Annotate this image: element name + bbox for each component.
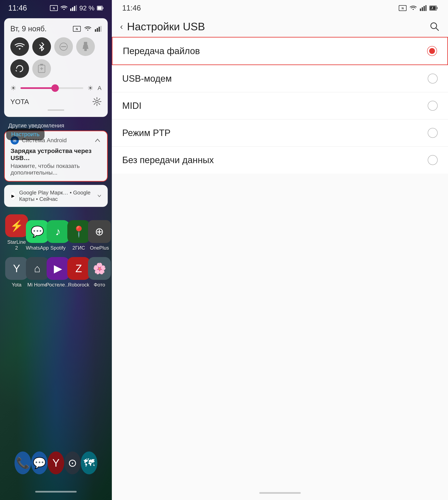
android-notif-body: Нажмите, чтобы показать дополнительны... bbox=[11, 163, 101, 176]
drag-handle bbox=[48, 109, 64, 111]
wifi-icon-right bbox=[409, 5, 417, 11]
app-rostele[interactable]: ▶ Ростеле… bbox=[48, 257, 68, 288]
search-icon-right[interactable] bbox=[429, 21, 440, 32]
dock-yandex[interactable]: Y bbox=[48, 451, 64, 474]
svg-rect-17 bbox=[84, 42, 87, 45]
auto-brightness-icon[interactable]: A bbox=[97, 85, 101, 91]
toggle-flashlight[interactable] bbox=[76, 37, 95, 56]
mihome-icon: ⌂ bbox=[26, 257, 49, 280]
wifi-name: YOTA bbox=[10, 98, 29, 106]
nfc-icon-card: N bbox=[73, 26, 81, 32]
photos-icon: 🌸 bbox=[88, 257, 111, 280]
battery-icon-left bbox=[97, 6, 104, 10]
2gis-label: 2ГИС bbox=[72, 245, 85, 251]
mihome-label: Mi Home bbox=[27, 282, 47, 288]
app-oneplus[interactable]: ⊕ OnePlus bbox=[89, 220, 110, 251]
usb-option-text-4: Режим PTP bbox=[122, 128, 170, 138]
toggle-bluetooth[interactable] bbox=[32, 37, 51, 56]
status-icons-right: N bbox=[399, 5, 438, 11]
app-yota[interactable]: Y Yota bbox=[6, 257, 27, 288]
dock-messages[interactable]: 💬 bbox=[31, 451, 48, 474]
app-photos[interactable]: 🌸 Фото bbox=[89, 257, 110, 288]
svg-marker-18 bbox=[83, 45, 88, 49]
time-left: 11:46 bbox=[8, 4, 27, 12]
oneplus-label: OnePlus bbox=[90, 245, 109, 251]
svg-rect-5 bbox=[76, 5, 77, 11]
svg-text:N: N bbox=[402, 7, 404, 10]
notification-card: Вт, 9 нояб. N bbox=[4, 18, 108, 117]
usb-option-text-2: USB-модем bbox=[122, 73, 172, 84]
toggle-rotate[interactable] bbox=[10, 59, 29, 78]
spotify-icon: ♪ bbox=[47, 220, 69, 243]
svg-text:N: N bbox=[53, 7, 55, 10]
svg-rect-8 bbox=[97, 6, 102, 10]
svg-rect-12 bbox=[97, 28, 98, 32]
usb-option-text-5: Без передачи данных bbox=[122, 155, 214, 165]
photos-label: Фото bbox=[94, 282, 105, 288]
home-indicator-right bbox=[259, 492, 301, 494]
battery-status: 92 % bbox=[79, 4, 95, 12]
oneplus-icon: ⊕ bbox=[88, 220, 111, 243]
chevron-up-icon[interactable] bbox=[94, 137, 101, 144]
app-roborock[interactable]: Z Roborock bbox=[68, 257, 89, 288]
svg-text:N: N bbox=[76, 27, 78, 31]
svg-rect-2 bbox=[70, 9, 71, 11]
usb-option-no-transfer[interactable]: Без передачи данных bbox=[112, 147, 448, 173]
svg-rect-36 bbox=[437, 7, 437, 9]
time-right: 11:46 bbox=[122, 4, 141, 12]
card-icons: N bbox=[73, 26, 101, 32]
app-starline[interactable]: ⚡ StarLine 2 bbox=[6, 214, 27, 251]
app-mihome[interactable]: ⌂ Mi Home bbox=[27, 257, 48, 288]
brightness-row: ☀ ☀ A bbox=[10, 84, 101, 92]
wifi-icon-card bbox=[84, 26, 92, 32]
usb-option-modem[interactable]: USB-модем bbox=[112, 65, 448, 92]
brightness-track[interactable] bbox=[20, 87, 83, 89]
rostele-icon: ▶ bbox=[47, 257, 69, 280]
app-whatsapp[interactable]: 💬 WhatsApp bbox=[27, 220, 48, 251]
nastroit-button[interactable]: Настроить bbox=[6, 129, 45, 140]
usb-option-text-3: MIDI bbox=[122, 100, 142, 111]
google-play-icon: ▶ bbox=[10, 192, 16, 200]
bottom-dock: 📞 💬 Y ⊙ 🗺 bbox=[6, 447, 106, 485]
nfc-icon-right: N bbox=[399, 5, 407, 11]
radio-modem bbox=[428, 74, 438, 83]
usb-header: ‹ Настройки USB bbox=[112, 16, 448, 37]
2gis-icon: 📍 bbox=[67, 220, 90, 243]
android-notif-title: Зарядка устройства через USB… bbox=[11, 147, 101, 162]
svg-rect-13 bbox=[99, 27, 100, 32]
whatsapp-icon: 💬 bbox=[26, 220, 49, 243]
whatsapp-label: WhatsApp bbox=[26, 245, 49, 251]
dock-phone[interactable]: 📞 bbox=[15, 451, 31, 474]
starline-label: StarLine 2 bbox=[6, 239, 27, 251]
wifi-icon-status bbox=[60, 5, 68, 11]
dock-maps[interactable]: 🗺 bbox=[81, 451, 97, 474]
yota-label: Yota bbox=[12, 282, 21, 288]
usb-option-text-1: Передача файлов bbox=[123, 46, 200, 56]
usb-option-midi[interactable]: MIDI bbox=[112, 92, 448, 119]
dock-camera[interactable]: ⊙ bbox=[64, 451, 81, 474]
starline-icon: ⚡ bbox=[5, 214, 28, 237]
svg-rect-22 bbox=[40, 64, 43, 66]
svg-rect-14 bbox=[100, 26, 101, 32]
google-notif-content: ▶ Google Play Марк… • Google Карты • Сей… bbox=[10, 189, 102, 202]
roborock-label: Roborock bbox=[68, 282, 89, 288]
card-header: Вт, 9 нояб. N bbox=[10, 24, 101, 33]
svg-rect-11 bbox=[95, 29, 96, 32]
radio-ptp bbox=[428, 128, 438, 138]
toggle-wifi[interactable] bbox=[10, 37, 29, 56]
chevron-down-google-icon[interactable] bbox=[97, 192, 102, 200]
roborock-icon: Z bbox=[67, 257, 90, 280]
usb-option-ptp[interactable]: Режим PTP bbox=[112, 119, 448, 147]
toggle-battery[interactable] bbox=[32, 59, 51, 78]
back-button[interactable]: ‹ bbox=[120, 22, 123, 31]
usb-header-left: ‹ Настройки USB bbox=[120, 20, 205, 33]
app-grid: ⚡ StarLine 2 💬 WhatsApp ♪ Spotify 📍 2ГИС… bbox=[0, 210, 112, 500]
google-notif-card[interactable]: ▶ Google Play Марк… • Google Карты • Сей… bbox=[4, 185, 108, 207]
svg-rect-32 bbox=[422, 7, 423, 11]
app-spotify[interactable]: ♪ Spotify bbox=[48, 220, 68, 251]
settings-icon-card[interactable] bbox=[92, 97, 101, 106]
toggle-dnd[interactable] bbox=[54, 37, 73, 56]
rostele-label: Ростеле… bbox=[46, 282, 70, 288]
usb-option-file-transfer[interactable]: Передача файлов bbox=[112, 37, 448, 65]
app-2gis[interactable]: 📍 2ГИС bbox=[68, 220, 89, 251]
